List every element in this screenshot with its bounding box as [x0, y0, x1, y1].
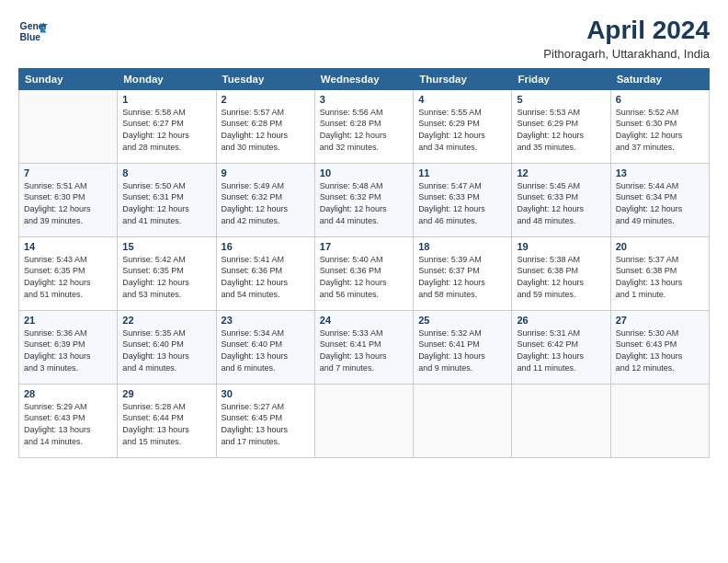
calendar-cell — [512, 384, 610, 457]
day-number: 28 — [24, 388, 112, 399]
day-info: Sunrise: 5:41 AM Sunset: 6:36 PM Dayligh… — [222, 254, 310, 300]
calendar-cell: 1Sunrise: 5:58 AM Sunset: 6:27 PM Daylig… — [118, 89, 216, 163]
day-number: 20 — [616, 241, 704, 252]
day-number: 7 — [24, 167, 112, 178]
day-info: Sunrise: 5:29 AM Sunset: 6:43 PM Dayligh… — [24, 401, 112, 447]
calendar-cell: 10Sunrise: 5:48 AM Sunset: 6:32 PM Dayli… — [314, 163, 413, 236]
day-info: Sunrise: 5:33 AM Sunset: 6:41 PM Dayligh… — [320, 327, 408, 373]
day-info: Sunrise: 5:45 AM Sunset: 6:33 PM Dayligh… — [517, 180, 605, 226]
day-number: 3 — [320, 94, 408, 105]
calendar-cell: 17Sunrise: 5:40 AM Sunset: 6:36 PM Dayli… — [314, 236, 413, 310]
day-number: 24 — [320, 315, 408, 326]
weekday-header-saturday: Saturday — [610, 68, 709, 89]
calendar-cell: 5Sunrise: 5:53 AM Sunset: 6:29 PM Daylig… — [512, 89, 610, 163]
subtitle: Pithoragarh, Uttarakhand, India — [543, 47, 710, 61]
day-info: Sunrise: 5:52 AM Sunset: 6:30 PM Dayligh… — [616, 107, 704, 153]
calendar-cell: 11Sunrise: 5:47 AM Sunset: 6:33 PM Dayli… — [414, 163, 512, 236]
day-number: 8 — [122, 167, 210, 178]
calendar-week-2: 7Sunrise: 5:51 AM Sunset: 6:30 PM Daylig… — [19, 163, 710, 236]
day-number: 6 — [616, 94, 704, 105]
calendar-cell — [414, 384, 512, 457]
weekday-header: SundayMondayTuesdayWednesdayThursdayFrid… — [19, 68, 710, 89]
title-block: April 2024 Pithoragarh, Uttarakhand, Ind… — [543, 17, 710, 61]
day-info: Sunrise: 5:58 AM Sunset: 6:27 PM Dayligh… — [122, 107, 210, 153]
day-info: Sunrise: 5:38 AM Sunset: 6:38 PM Dayligh… — [517, 254, 605, 300]
calendar-cell: 26Sunrise: 5:31 AM Sunset: 6:42 PM Dayli… — [512, 310, 610, 384]
day-info: Sunrise: 5:35 AM Sunset: 6:40 PM Dayligh… — [122, 327, 210, 373]
calendar-cell: 16Sunrise: 5:41 AM Sunset: 6:36 PM Dayli… — [216, 236, 314, 310]
day-info: Sunrise: 5:32 AM Sunset: 6:41 PM Dayligh… — [418, 327, 506, 373]
day-number: 14 — [24, 241, 112, 252]
day-info: Sunrise: 5:51 AM Sunset: 6:30 PM Dayligh… — [24, 180, 112, 226]
page: General Blue April 2024 Pithoragarh, Utt… — [0, 0, 728, 563]
day-info: Sunrise: 5:31 AM Sunset: 6:42 PM Dayligh… — [517, 327, 605, 373]
day-number: 26 — [517, 315, 605, 326]
day-number: 19 — [517, 241, 605, 252]
day-info: Sunrise: 5:53 AM Sunset: 6:29 PM Dayligh… — [517, 107, 605, 153]
calendar-cell: 3Sunrise: 5:56 AM Sunset: 6:28 PM Daylig… — [314, 89, 413, 163]
day-number: 21 — [24, 315, 112, 326]
day-info: Sunrise: 5:30 AM Sunset: 6:43 PM Dayligh… — [616, 327, 704, 373]
calendar-cell: 29Sunrise: 5:28 AM Sunset: 6:44 PM Dayli… — [118, 384, 216, 457]
day-number: 11 — [418, 167, 506, 178]
weekday-header-wednesday: Wednesday — [314, 68, 413, 89]
day-info: Sunrise: 5:43 AM Sunset: 6:35 PM Dayligh… — [24, 254, 112, 300]
calendar-body: 1Sunrise: 5:58 AM Sunset: 6:27 PM Daylig… — [19, 89, 710, 457]
day-info: Sunrise: 5:55 AM Sunset: 6:29 PM Dayligh… — [418, 107, 506, 153]
day-info: Sunrise: 5:40 AM Sunset: 6:36 PM Dayligh… — [320, 254, 408, 300]
calendar-cell: 18Sunrise: 5:39 AM Sunset: 6:37 PM Dayli… — [414, 236, 512, 310]
calendar-cell: 4Sunrise: 5:55 AM Sunset: 6:29 PM Daylig… — [414, 89, 512, 163]
weekday-header-thursday: Thursday — [414, 68, 512, 89]
day-number: 5 — [517, 94, 605, 105]
day-number: 16 — [222, 241, 310, 252]
calendar-cell — [19, 89, 118, 163]
svg-text:Blue: Blue — [20, 32, 41, 42]
day-info: Sunrise: 5:44 AM Sunset: 6:34 PM Dayligh… — [616, 180, 704, 226]
day-info: Sunrise: 5:48 AM Sunset: 6:32 PM Dayligh… — [320, 180, 408, 226]
calendar-cell: 23Sunrise: 5:34 AM Sunset: 6:40 PM Dayli… — [216, 310, 314, 384]
day-number: 17 — [320, 241, 408, 252]
calendar-cell: 19Sunrise: 5:38 AM Sunset: 6:38 PM Dayli… — [512, 236, 610, 310]
calendar-cell — [314, 384, 413, 457]
day-info: Sunrise: 5:34 AM Sunset: 6:40 PM Dayligh… — [222, 327, 310, 373]
day-number: 2 — [222, 94, 310, 105]
calendar-cell: 2Sunrise: 5:57 AM Sunset: 6:28 PM Daylig… — [216, 89, 314, 163]
calendar-cell: 20Sunrise: 5:37 AM Sunset: 6:38 PM Dayli… — [610, 236, 709, 310]
day-number: 9 — [222, 167, 310, 178]
day-number: 12 — [517, 167, 605, 178]
calendar-cell: 30Sunrise: 5:27 AM Sunset: 6:45 PM Dayli… — [216, 384, 314, 457]
day-info: Sunrise: 5:27 AM Sunset: 6:45 PM Dayligh… — [222, 401, 310, 447]
calendar-week-4: 21Sunrise: 5:36 AM Sunset: 6:39 PM Dayli… — [19, 310, 710, 384]
calendar-cell: 22Sunrise: 5:35 AM Sunset: 6:40 PM Dayli… — [118, 310, 216, 384]
calendar-cell: 27Sunrise: 5:30 AM Sunset: 6:43 PM Dayli… — [610, 310, 709, 384]
weekday-header-monday: Monday — [118, 68, 216, 89]
calendar-week-5: 28Sunrise: 5:29 AM Sunset: 6:43 PM Dayli… — [19, 384, 710, 457]
logo: General Blue — [18, 17, 48, 46]
day-info: Sunrise: 5:50 AM Sunset: 6:31 PM Dayligh… — [122, 180, 210, 226]
calendar-cell: 14Sunrise: 5:43 AM Sunset: 6:35 PM Dayli… — [19, 236, 118, 310]
calendar-cell: 9Sunrise: 5:49 AM Sunset: 6:32 PM Daylig… — [216, 163, 314, 236]
calendar-table: SundayMondayTuesdayWednesdayThursdayFrid… — [18, 68, 710, 458]
calendar-cell — [610, 384, 709, 457]
day-number: 25 — [418, 315, 506, 326]
day-info: Sunrise: 5:49 AM Sunset: 6:32 PM Dayligh… — [222, 180, 310, 226]
day-info: Sunrise: 5:39 AM Sunset: 6:37 PM Dayligh… — [418, 254, 506, 300]
calendar-week-1: 1Sunrise: 5:58 AM Sunset: 6:27 PM Daylig… — [19, 89, 710, 163]
calendar-week-3: 14Sunrise: 5:43 AM Sunset: 6:35 PM Dayli… — [19, 236, 710, 310]
weekday-header-sunday: Sunday — [19, 68, 118, 89]
main-title: April 2024 — [543, 17, 710, 45]
day-number: 4 — [418, 94, 506, 105]
day-info: Sunrise: 5:36 AM Sunset: 6:39 PM Dayligh… — [24, 327, 112, 373]
weekday-header-tuesday: Tuesday — [216, 68, 314, 89]
day-number: 27 — [616, 315, 704, 326]
calendar-cell: 21Sunrise: 5:36 AM Sunset: 6:39 PM Dayli… — [19, 310, 118, 384]
day-number: 15 — [122, 241, 210, 252]
calendar-cell: 12Sunrise: 5:45 AM Sunset: 6:33 PM Dayli… — [512, 163, 610, 236]
calendar-cell: 25Sunrise: 5:32 AM Sunset: 6:41 PM Dayli… — [414, 310, 512, 384]
day-number: 23 — [222, 315, 310, 326]
day-number: 18 — [418, 241, 506, 252]
day-info: Sunrise: 5:42 AM Sunset: 6:35 PM Dayligh… — [122, 254, 210, 300]
day-number: 13 — [616, 167, 704, 178]
day-number: 22 — [122, 315, 210, 326]
calendar-cell: 15Sunrise: 5:42 AM Sunset: 6:35 PM Dayli… — [118, 236, 216, 310]
